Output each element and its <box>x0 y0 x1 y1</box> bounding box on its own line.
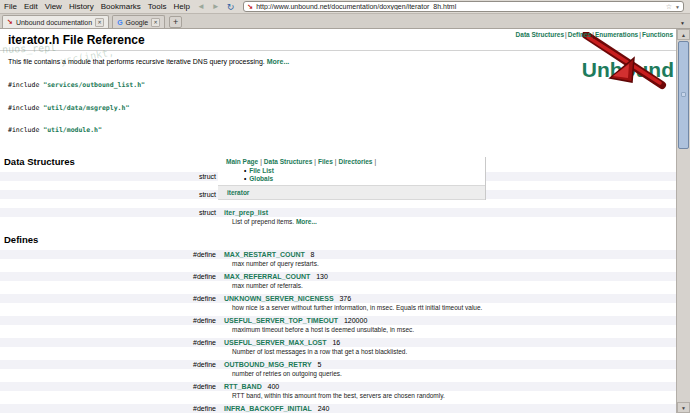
define-link[interactable]: OUTBOUND_MSG_RETRY 5 <box>224 360 676 369</box>
quicklink-data-structures[interactable]: Data Structures <box>516 31 564 38</box>
nav-tab-files[interactable]: Files <box>318 158 333 165</box>
define-link[interactable]: USEFUL_SERVER_TOP_TIMEOUT 120000 <box>224 316 676 325</box>
unbound-favicon: ➘ <box>7 18 13 26</box>
menu-bookmarks[interactable]: Bookmarks <box>101 2 141 11</box>
site-favicon: ➘ <box>247 2 253 11</box>
nav-path-tab-iterator[interactable]: iterator <box>218 185 485 200</box>
tab-title: Google <box>126 19 149 26</box>
tab-list-dropdown-icon[interactable]: ▼ <box>680 20 687 28</box>
google-icon: G <box>117 19 122 26</box>
quicklink-defines[interactable]: Defines <box>568 31 591 38</box>
tab-title: Unbound documentation <box>16 19 92 26</box>
url-bar[interactable]: ➘ http://www.unbound.net/documentation/d… <box>243 1 684 12</box>
table-row: #define RTT_BAND 400 <box>0 380 676 391</box>
bookmark-star-icon[interactable]: ☆ <box>666 3 672 11</box>
scroll-up-icon[interactable]: ▲ <box>677 29 690 40</box>
doxygen-nav-overlay: Main Page|Data Structures|Files|Director… <box>218 157 486 200</box>
table-row: #define USEFUL_SERVER_TOP_TIMEOUT 120000 <box>0 314 676 325</box>
new-tab-button[interactable]: + <box>169 16 182 28</box>
quicklink-functions[interactable]: Functions <box>642 31 673 38</box>
table-row: #define MAX_REFERRAL_COUNT 130 <box>0 270 676 281</box>
vertical-scrollbar[interactable]: ▲ ▼ <box>676 29 690 413</box>
menu-file[interactable]: File <box>4 2 17 11</box>
define-link[interactable]: MAX_REFERRAL_COUNT 130 <box>224 272 676 281</box>
reload-icon[interactable]: ↻ <box>227 2 235 12</box>
section-heading-defines: Defines <box>0 234 676 245</box>
menu-history[interactable]: History <box>69 2 94 11</box>
page-content: Data Structures|Defines|Enumerations|Fun… <box>0 29 690 413</box>
tab-bar: ➘ Unbound documentation ✕ G Google ✕ + ▼ <box>0 14 690 29</box>
doxygen-nav-tabs: Main Page|Data Structures|Files|Director… <box>218 157 485 167</box>
table-row: struct iter_prep_list <box>0 206 676 217</box>
quick-links: Data Structures|Defines|Enumerations|Fun… <box>516 31 673 38</box>
unbound-logo: Unbound <box>566 32 686 90</box>
define-link[interactable]: USEFUL_SERVER_MAX_LOST 16 <box>224 338 676 347</box>
scrollbar-thumb[interactable] <box>678 41 689 149</box>
forward-icon[interactable]: ► <box>212 2 220 12</box>
tab-google[interactable]: G Google ✕ <box>112 15 165 28</box>
define-link[interactable]: INFRA_BACKOFF_INITIAL 240 <box>224 404 676 413</box>
scroll-down-icon[interactable]: ▼ <box>677 402 690 413</box>
nav-tab-directories[interactable]: Directories <box>338 158 372 165</box>
menu-bar: File Edit View History Bookmarks Tools H… <box>0 0 690 14</box>
tab-close-icon[interactable]: ✕ <box>95 18 104 27</box>
url-input[interactable]: http://www.unbound.net/documentation/dox… <box>256 3 663 10</box>
nav-tab-data-structures[interactable]: Data Structures <box>264 158 312 165</box>
table-row: #define USEFUL_SERVER_MAX_LOST 16 <box>0 336 676 347</box>
nav-tab-main-page[interactable]: Main Page <box>226 158 258 165</box>
menu-tools[interactable]: Tools <box>148 2 167 11</box>
quicklink-enumerations[interactable]: Enumerations <box>595 31 638 38</box>
nav-link-file-list[interactable]: •File List <box>244 167 485 175</box>
include-line: #include "util/data/msgreply.h" <box>8 105 676 113</box>
table-row: #define OUTBOUND_MSG_RETRY 5 <box>0 358 676 369</box>
defines-section: Defines #define MAX_RESTART_COUNT 8 max … <box>0 234 676 414</box>
nav-link-globals[interactable]: •Globals <box>244 175 485 183</box>
struct-iter-prep-list-link[interactable]: iter_prep_list <box>224 208 676 217</box>
define-link[interactable]: UNKNOWN_SERVER_NICENESS 376 <box>224 294 676 303</box>
url-dropdown-icon[interactable]: ▼ <box>675 4 680 10</box>
tab-close-icon[interactable]: ✕ <box>151 18 160 27</box>
table-row: #define INFRA_BACKOFF_INITIAL 240 <box>0 402 676 413</box>
define-link[interactable]: MAX_RESTART_COUNT 8 <box>224 250 676 259</box>
unbound-logo-arrow-icon <box>566 32 686 90</box>
table-row: #define MAX_RESTART_COUNT 8 <box>0 248 676 259</box>
include-line: #include "util/module.h" <box>8 127 676 135</box>
table-row: #define UNKNOWN_SERVER_NICENESS 376 <box>0 292 676 303</box>
menu-edit[interactable]: Edit <box>24 2 38 11</box>
menu-help[interactable]: Help <box>173 2 189 11</box>
define-link[interactable]: RTT_BAND 400 <box>224 382 676 391</box>
menu-view[interactable]: View <box>45 2 62 11</box>
tab-unbound-documentation[interactable]: ➘ Unbound documentation ✕ <box>2 15 109 28</box>
back-icon[interactable]: ◄ <box>197 2 205 12</box>
data-structures-section: Data Structures struct struct struct ite… <box>0 156 676 228</box>
